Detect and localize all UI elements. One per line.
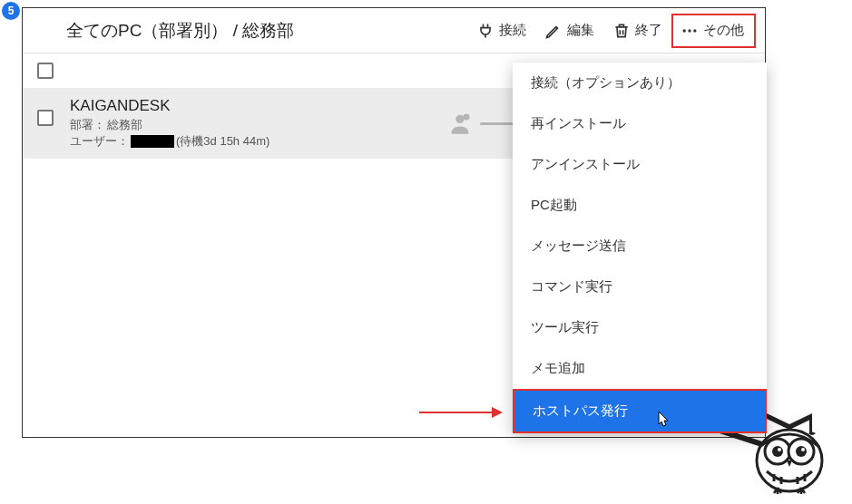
cursor-icon (654, 410, 671, 431)
svg-point-11 (778, 448, 781, 451)
svg-point-1 (688, 29, 690, 32)
wait-time: (待機3d 15h 44m) (176, 133, 269, 150)
user-redacted (131, 135, 174, 148)
main-window: 全てのPC（部署別） / 総務部 接続 編集 終了 (22, 7, 766, 438)
menu-item-6[interactable]: ツール実行 (513, 307, 767, 348)
svg-point-3 (455, 115, 464, 123)
edit-button[interactable]: 編集 (535, 16, 603, 45)
select-all-checkbox[interactable] (37, 63, 54, 79)
svg-point-0 (683, 29, 686, 32)
other-dropdown: 接続（オプションあり）再インストールアンインストールPC起動メッセージ送信コマン… (513, 63, 767, 433)
svg-point-10 (796, 446, 807, 457)
toolbar: 接続 編集 終了 その他 (467, 14, 756, 48)
svg-point-4 (464, 114, 470, 121)
row-content: KAIGANDESK 部署： 総務部 ユーザー： (待機3d 15h 44m) (70, 97, 269, 150)
menu-item-4[interactable]: メッセージ送信 (513, 226, 767, 267)
end-label: 終了 (635, 22, 662, 39)
dept-label: 部署： (70, 117, 105, 133)
menu-item-3[interactable]: PC起動 (513, 185, 767, 226)
menu-item-7[interactable]: メモ追加 (513, 348, 767, 389)
trash-icon (612, 22, 631, 40)
user-label: ユーザー： (70, 133, 129, 150)
titlebar: 全てのPC（部署別） / 総務部 接続 編集 終了 (23, 8, 765, 53)
pencil-icon (544, 22, 563, 40)
other-button[interactable]: その他 (671, 14, 756, 48)
step-badge: 5 (2, 2, 20, 20)
plug-icon (476, 22, 495, 40)
menu-item-5[interactable]: コマンド実行 (513, 267, 767, 307)
person-icon (447, 111, 473, 136)
pc-user: ユーザー： (待機3d 15h 44m) (70, 133, 269, 150)
svg-point-2 (693, 29, 696, 32)
breadcrumb: 全てのPC（部署別） / 総務部 (32, 19, 294, 43)
other-label: その他 (703, 22, 744, 39)
connect-button[interactable]: 接続 (467, 16, 535, 45)
dept-value: 総務部 (107, 117, 142, 133)
menu-item-8[interactable]: ホストパス発行 (514, 391, 765, 431)
menu-item-0[interactable]: 接続（オプションあり） (513, 63, 767, 103)
svg-point-12 (801, 448, 805, 451)
pc-name: KAIGANDESK (70, 97, 269, 115)
svg-rect-5 (809, 417, 812, 433)
menu-item-1[interactable]: 再インストール (513, 103, 767, 144)
menu-item-2[interactable]: アンインストール (513, 144, 767, 185)
row-checkbox[interactable] (37, 110, 54, 126)
more-icon (681, 22, 699, 40)
end-button[interactable]: 終了 (603, 16, 671, 45)
svg-point-9 (772, 446, 783, 457)
pc-dept: 部署： 総務部 (70, 117, 269, 133)
annotation-arrow (419, 407, 503, 418)
edit-label: 編集 (567, 22, 594, 39)
connect-label: 接続 (499, 22, 526, 39)
